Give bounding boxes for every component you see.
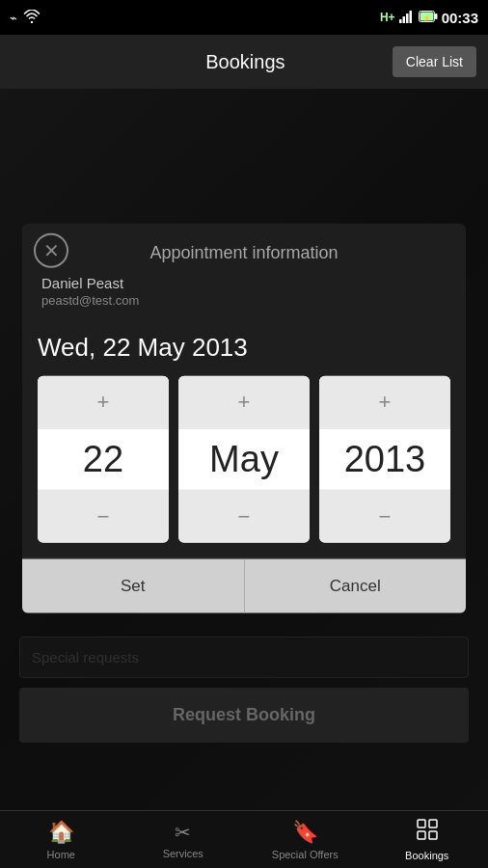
modal-title: Appointment information — [41, 243, 447, 263]
nav-label-bookings: Bookings — [405, 850, 448, 861]
battery-icon: ⚡ — [419, 10, 438, 25]
minus-icon-month: − — [238, 504, 251, 529]
set-button[interactable]: Set — [22, 559, 245, 613]
nav-label-home: Home — [47, 849, 75, 860]
clear-list-button[interactable]: Clear List — [393, 46, 476, 77]
spinners-row: + 22 − + May − — [38, 376, 450, 543]
status-right-icons: H+ ⚡ 00:33 — [380, 10, 478, 26]
scissors-icon: ✂ — [175, 821, 191, 844]
close-icon: ✕ — [43, 241, 60, 260]
plus-icon-month: + — [238, 390, 251, 414]
status-left-icons: ⌁ — [10, 10, 41, 26]
year-increment-button[interactable]: + — [319, 376, 450, 428]
minus-icon: − — [97, 504, 110, 529]
svg-rect-12 — [429, 831, 437, 839]
bookmark-icon: 🔖 — [292, 820, 318, 845]
day-increment-button[interactable]: + — [38, 376, 169, 428]
plus-icon-year: + — [379, 390, 392, 414]
svg-rect-4 — [409, 11, 412, 23]
modal-user-name: Daniel Peast — [41, 275, 447, 291]
nav-item-bookings[interactable]: Bookings — [366, 811, 489, 868]
month-increment-button[interactable]: + — [178, 376, 310, 428]
date-picker-section: Wed, 22 May 2013 + 22 − + — [22, 317, 466, 558]
appointment-modal: ✕ Appointment information Daniel Peast p… — [22, 224, 466, 613]
page-title: Bookings — [98, 51, 393, 73]
plus-icon: + — [97, 390, 110, 414]
header: Bookings Clear List — [0, 35, 488, 89]
svg-rect-6 — [435, 14, 438, 19]
cancel-button[interactable]: Cancel — [245, 559, 467, 613]
year-decrement-button[interactable]: − — [319, 491, 450, 543]
date-display: Wed, 22 May 2013 — [38, 333, 450, 363]
bottom-nav: 🏠 Home ✂ Services 🔖 Special Offers Booki… — [0, 810, 488, 868]
day-spinner: + 22 − — [38, 376, 169, 543]
modal-header: ✕ Appointment information Daniel Peast p… — [22, 224, 466, 317]
modal-actions: Set Cancel — [22, 558, 466, 613]
content-area: Request Booking ✕ Appointment informatio… — [0, 89, 488, 810]
svg-point-0 — [31, 20, 33, 22]
hplus-icon: H+ — [380, 11, 395, 24]
nav-item-services[interactable]: ✂ Services — [122, 811, 245, 868]
nav-item-home[interactable]: 🏠 Home — [0, 811, 122, 868]
nav-label-services: Services — [163, 848, 203, 859]
day-decrement-button[interactable]: − — [38, 491, 169, 543]
year-spinner: + 2013 − — [319, 376, 450, 543]
svg-rect-11 — [418, 831, 425, 839]
status-bar: ⌁ H+ ⚡ — [0, 0, 488, 35]
bookings-grid-icon — [417, 819, 438, 846]
svg-rect-10 — [429, 820, 437, 827]
wifi-icon — [23, 10, 41, 26]
nav-item-special-offers[interactable]: 🔖 Special Offers — [244, 811, 366, 868]
month-decrement-button[interactable]: − — [178, 491, 310, 543]
svg-rect-2 — [402, 16, 405, 23]
minus-icon-year: − — [379, 504, 392, 529]
modal-close-button[interactable]: ✕ — [34, 233, 68, 268]
modal-user-email: peastd@test.com — [41, 293, 447, 308]
month-spinner: + May − — [178, 376, 310, 543]
svg-rect-9 — [418, 820, 425, 827]
year-value: 2013 — [319, 428, 450, 491]
signal-icon — [399, 10, 415, 26]
svg-rect-1 — [399, 19, 402, 23]
month-value: May — [178, 428, 310, 491]
usb-icon: ⌁ — [10, 11, 17, 25]
home-icon: 🏠 — [48, 820, 74, 845]
day-value: 22 — [38, 428, 169, 491]
clock-time: 00:33 — [442, 10, 478, 26]
svg-text:⚡: ⚡ — [422, 14, 431, 22]
nav-label-special-offers: Special Offers — [272, 849, 339, 860]
svg-rect-3 — [406, 14, 409, 23]
